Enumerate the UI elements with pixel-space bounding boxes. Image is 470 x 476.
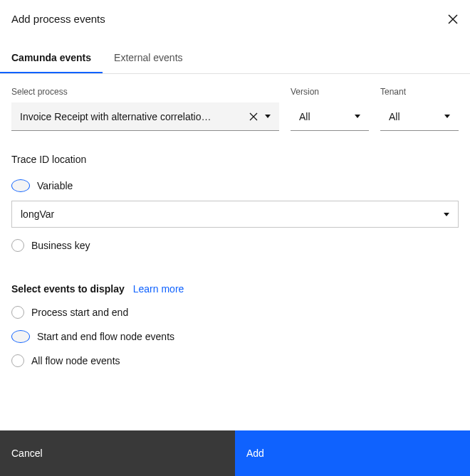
radio-all-flow-node[interactable]: All flow node events: [11, 349, 459, 373]
radio-business-key[interactable]: Business key: [11, 233, 459, 258]
radio-process-start-end[interactable]: Process start and end: [11, 300, 459, 324]
radio-circle-icon: [11, 239, 24, 252]
chevron-down-icon: [444, 115, 450, 118]
tenant-value: All: [389, 111, 439, 122]
variable-value: longVar: [21, 208, 444, 220]
radio-business-key-label: Business key: [31, 240, 90, 251]
version-select[interactable]: All: [291, 102, 369, 131]
radio-dot-icon: [11, 330, 30, 343]
process-value: Invoice Receipt with alternative correla…: [20, 111, 244, 122]
chevron-down-icon: [444, 213, 449, 216]
radio-label: All flow node events: [31, 355, 120, 366]
clear-icon[interactable]: [249, 112, 258, 121]
radio-start-end-flow-node[interactable]: Start and end flow node events: [11, 324, 459, 349]
close-icon[interactable]: [447, 14, 459, 25]
radio-circle-icon: [11, 306, 24, 319]
learn-more-link[interactable]: Learn more: [133, 283, 184, 295]
tenant-label: Tenant: [380, 87, 459, 97]
tab-camunda-events[interactable]: Camunda events: [0, 43, 103, 73]
cancel-button[interactable]: Cancel: [0, 430, 235, 476]
tab-external-events[interactable]: External events: [103, 43, 194, 73]
radio-variable-label: Variable: [37, 180, 73, 191]
trace-heading: Trace ID location: [11, 154, 459, 165]
version-value: All: [299, 111, 349, 122]
radio-label: Start and end flow node events: [37, 331, 174, 342]
radio-dot-icon: [11, 179, 30, 192]
add-button[interactable]: Add: [235, 430, 470, 476]
version-label: Version: [291, 87, 369, 97]
events-heading: Select events to display: [11, 283, 125, 295]
process-label: Select process: [11, 87, 279, 97]
dialog-title: Add process events: [11, 13, 105, 25]
radio-circle-icon: [11, 354, 24, 367]
radio-variable[interactable]: Variable: [11, 174, 459, 198]
tenant-select[interactable]: All: [380, 102, 459, 131]
chevron-down-icon: [265, 115, 271, 118]
dialog-footer: Cancel Add: [0, 430, 470, 476]
tabs: Camunda events External events: [0, 43, 470, 74]
variable-select[interactable]: longVar: [11, 201, 459, 228]
radio-label: Process start and end: [31, 307, 128, 318]
process-select[interactable]: Invoice Receipt with alternative correla…: [11, 102, 279, 131]
chevron-down-icon: [355, 115, 360, 118]
